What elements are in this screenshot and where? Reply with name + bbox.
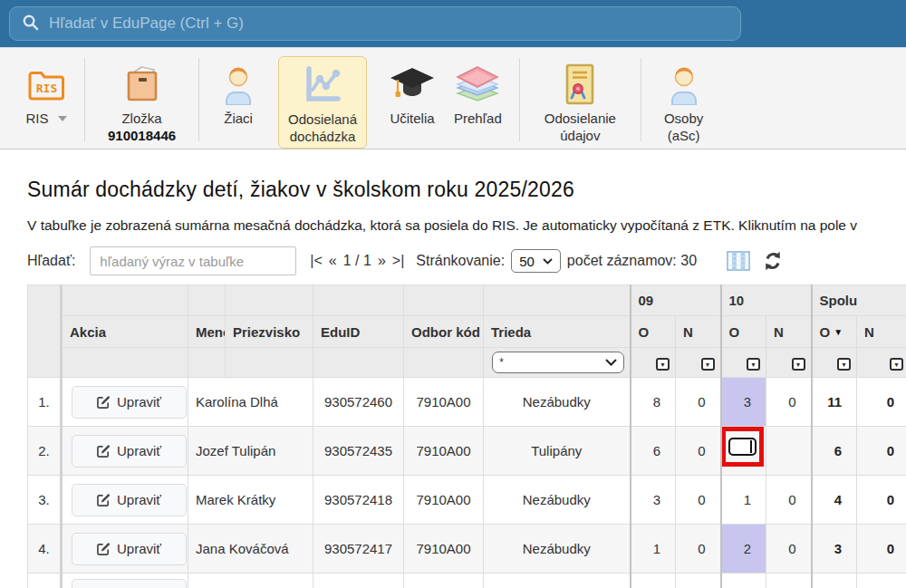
edit-icon xyxy=(97,493,111,506)
row-number: 4. xyxy=(28,525,62,574)
toolbar-item-zlozka[interactable]: Zložka 910018446 xyxy=(93,56,190,147)
filter-icon[interactable]: ▼ xyxy=(656,358,670,371)
total-cell-o: 3 xyxy=(812,525,857,574)
student-name: Jozef Tulipán xyxy=(188,427,313,476)
attendance-cell-10-n[interactable]: 0 xyxy=(766,476,812,525)
toolbar-item-ziaci[interactable]: Žiaci xyxy=(211,56,265,130)
page-size-value: 50 xyxy=(519,254,535,269)
pagination-first-button[interactable]: |< xyxy=(310,253,323,269)
student-name: Karolína Dlhá xyxy=(188,378,313,427)
toolbar-item-osoby[interactable]: Osoby (aSc) xyxy=(650,56,718,147)
eduid-cell: 930572418 xyxy=(313,476,404,525)
trieda-filter-cell: * xyxy=(484,348,631,378)
edit-icon xyxy=(97,444,111,458)
column-header-09-o[interactable]: O xyxy=(631,316,676,348)
action-cell: Upraviť xyxy=(62,525,188,574)
column-header-priezvisko[interactable]: Priezvisko xyxy=(226,316,313,348)
toolbar-item-odosielanie-udajov[interactable]: Odosielanie údajov xyxy=(528,56,632,147)
toolbar-separator xyxy=(198,58,199,141)
toolbar-label: Zložka xyxy=(121,110,161,127)
attendance-cell-10-o[interactable]: 2 xyxy=(721,525,766,574)
global-search[interactable] xyxy=(9,6,741,41)
chevron-down-icon xyxy=(605,359,617,366)
column-header-odbor[interactable]: Odbor kód xyxy=(404,316,484,348)
page-size-select[interactable]: 50 xyxy=(511,249,561,273)
column-header-spolu-n[interactable]: N xyxy=(857,316,906,348)
column-header-10-n[interactable]: N xyxy=(766,316,812,348)
top-bar xyxy=(0,0,906,47)
column-header-09-n[interactable]: N xyxy=(676,316,721,348)
chevron-down-icon xyxy=(543,258,553,265)
trieda-filter-select[interactable]: * xyxy=(492,352,624,373)
toolbar-separator xyxy=(519,58,520,141)
attendance-cell-10-o[interactable]: 3 xyxy=(721,378,766,427)
toolbar-label: Učitelia xyxy=(390,110,434,127)
attendance-edit-input[interactable] xyxy=(728,438,757,456)
edit-row-button[interactable]: Upraviť xyxy=(72,435,187,468)
attendance-cell-10-o[interactable]: 1 xyxy=(721,476,766,525)
odbor-cell: 7910A00 xyxy=(404,476,484,525)
attendance-cell-09-n[interactable]: 0 xyxy=(676,427,721,476)
toolbar-item-prehlad[interactable]: Prehľad xyxy=(445,56,511,130)
attendance-cell-09-n[interactable]: 0 xyxy=(676,525,721,574)
attendance-cell-09-n[interactable]: 0 xyxy=(676,476,721,525)
attendance-cell-09-o[interactable]: 8 xyxy=(631,378,676,427)
odbor-cell: 7910A00 xyxy=(404,525,484,574)
filter-icon[interactable]: ▼ xyxy=(747,358,760,371)
attendance-cell-09-o[interactable]: 3 xyxy=(631,476,676,525)
filter-icon[interactable]: ▼ xyxy=(701,358,715,371)
odbor-cell: 7910A00 xyxy=(404,378,484,427)
pagination-last-button[interactable]: >| xyxy=(392,253,405,269)
edit-icon xyxy=(97,395,111,409)
toolbar-label: Odosielanie xyxy=(545,110,616,127)
ris-folder-icon: RIS xyxy=(25,59,67,110)
edit-row-button[interactable]: Upraviť xyxy=(72,386,187,419)
graduation-cap-icon xyxy=(389,59,436,110)
filter-icon[interactable]: ▼ xyxy=(792,358,805,371)
pagination-prev-button[interactable]: « xyxy=(329,253,337,269)
column-header-meno[interactable]: Meno xyxy=(188,316,226,348)
attendance-cell-10-n[interactable] xyxy=(766,427,812,476)
edit-row-button[interactable]: Upraviť xyxy=(72,484,187,516)
toolbar-item-odosielana-dochadzka[interactable]: Odosielaná dochádzka xyxy=(278,56,367,149)
pagination-next-button[interactable]: » xyxy=(378,253,386,269)
table-row: 4. Upraviť Jana Kováčová 930572417 7910A… xyxy=(28,525,906,574)
column-header-spolu-o[interactable]: O▼ xyxy=(812,316,857,348)
column-settings-button[interactable] xyxy=(727,251,750,271)
toolbar-label: Prehľad xyxy=(454,110,502,127)
search-label: Hľadať: xyxy=(27,253,75,269)
attendance-cell-10-n[interactable]: 0 xyxy=(766,378,812,427)
attendance-cell-10-o-editing[interactable] xyxy=(721,427,766,476)
edit-row-button[interactable]: Upraviť xyxy=(72,533,187,565)
table-search-input[interactable] xyxy=(90,246,296,275)
month-group-09: 09 xyxy=(631,285,721,316)
trieda-cell: Nezábudky xyxy=(484,378,631,427)
column-header-trieda[interactable]: Trieda xyxy=(484,316,631,348)
chevron-down-icon[interactable] xyxy=(58,116,67,121)
column-header-eduid[interactable]: EduID xyxy=(313,316,404,348)
column-header-10-o[interactable]: O xyxy=(721,316,766,348)
click-target-annotation xyxy=(721,427,764,467)
eduid-cell: 930572435 xyxy=(313,427,404,476)
edit-row-button[interactable] xyxy=(72,579,187,588)
toolbar-item-ris[interactable]: RIS RIS xyxy=(16,56,76,130)
search-icon xyxy=(22,14,39,34)
pagination-current: 1 / 1 xyxy=(343,253,371,269)
attendance-cell-09-n[interactable]: 0 xyxy=(676,378,721,427)
attendance-cell-09-o[interactable]: 1 xyxy=(631,525,676,574)
refresh-button[interactable] xyxy=(763,251,783,271)
global-search-input[interactable] xyxy=(49,14,740,33)
total-cell-n: 0 xyxy=(857,476,906,525)
attendance-cell-10-n[interactable]: 0 xyxy=(766,525,812,574)
attendance-cell-09-o[interactable]: 6 xyxy=(631,427,676,476)
paging-label: Stránkovanie: xyxy=(416,253,505,269)
filter-icon[interactable]: ▼ xyxy=(890,358,903,371)
table-row: 2. Upraviť Jozef Tulipán 930572435 7910A… xyxy=(28,427,906,476)
eduid-cell: 930572417 xyxy=(313,525,404,574)
page-title: Sumár dochádzky detí, žiakov v školskom … xyxy=(27,178,906,202)
toolbar-item-ucitelia[interactable]: Učitelia xyxy=(380,56,445,130)
filter-icon[interactable]: ▼ xyxy=(837,358,851,371)
total-cell-o: 4 xyxy=(812,476,857,525)
toolbar-separator xyxy=(84,58,85,141)
toolbar-label: RIS xyxy=(25,110,48,127)
